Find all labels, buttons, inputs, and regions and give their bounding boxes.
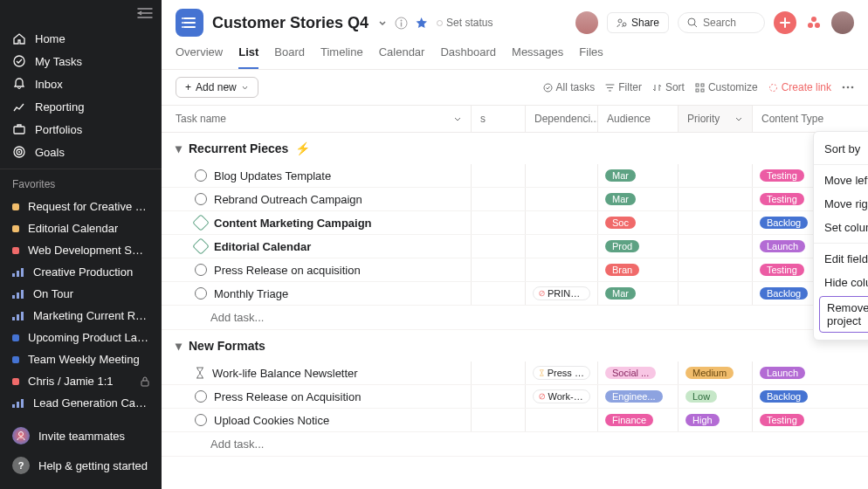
task-row[interactable]: Upload Cookies NoticeFinanceHighTesting [162, 409, 868, 432]
nav-portfolios[interactable]: Portfolios [0, 118, 162, 141]
task-row[interactable]: Monthly TriagePRINT - R...MarBacklog [162, 282, 868, 306]
audience-pill[interactable]: Mar [605, 169, 636, 182]
task-row[interactable]: Editorial CalendarProdLaunch [162, 235, 868, 258]
chevron-down-icon[interactable] [377, 17, 388, 28]
tab-timeline[interactable]: Timeline [320, 45, 363, 69]
favorite-item[interactable]: Lead Generation Campai... [0, 392, 162, 414]
col-dependencies[interactable]: Dependenci... [526, 106, 598, 132]
favorite-item[interactable]: Request for Creative Pro... [0, 196, 162, 217]
nav-inbox[interactable]: Inbox [0, 72, 162, 95]
tab-board[interactable]: Board [274, 45, 305, 69]
content-type-pill[interactable]: Backlog [760, 390, 808, 403]
section-header[interactable]: ▾New Formats [162, 330, 868, 362]
nav-goals[interactable]: Goals [0, 141, 162, 163]
favorite-item[interactable]: Chris / Jamie 1:1 [0, 370, 162, 392]
task-row[interactable]: Blog Updates TemplateMarTesting [162, 164, 868, 188]
search-box[interactable] [678, 12, 765, 33]
milestone-icon[interactable] [192, 214, 210, 231]
dependency-chip[interactable]: PRINT - R... [533, 286, 590, 300]
priority-pill[interactable]: High [685, 414, 720, 426]
add-task[interactable]: Add task... [162, 306, 868, 330]
content-type-pill[interactable]: Launch [760, 367, 805, 379]
col-audience[interactable]: Audience [598, 106, 679, 132]
search-input[interactable] [703, 17, 755, 29]
col-priority[interactable]: Priority [679, 106, 753, 132]
favorite-item[interactable]: On Tour [0, 283, 162, 305]
tab-messages[interactable]: Messages [512, 45, 563, 69]
dependency-chip[interactable]: Work-life ... [533, 389, 590, 403]
menu-item[interactable]: Remove field from project [819, 296, 868, 333]
content-type-pill[interactable]: Launch [760, 240, 805, 252]
audience-pill[interactable]: Prod [605, 240, 639, 252]
menu-item[interactable]: Edit field [814, 247, 868, 271]
share-button[interactable]: Share [607, 12, 669, 33]
invite-teammates[interactable]: Invite teammates [0, 421, 162, 451]
task-row[interactable]: Press Release on AcquisitionWork-life ..… [162, 385, 868, 409]
sort-button[interactable]: Sort [652, 81, 685, 93]
task-row[interactable]: Work-life Balance NewsletterPress Rele..… [162, 362, 868, 385]
audience-pill[interactable]: Soc [605, 217, 636, 229]
favorite-item[interactable]: Editorial Calendar [0, 217, 162, 239]
dependency-chip[interactable]: Press Rele... [533, 366, 590, 380]
nav-my-tasks[interactable]: My Tasks [0, 50, 162, 72]
nav-home[interactable]: Home [0, 27, 162, 50]
content-type-pill[interactable]: Testing [760, 414, 804, 426]
priority-pill[interactable]: Low [685, 390, 717, 403]
favorite-item[interactable]: Upcoming Product Laun... [0, 327, 162, 348]
favorite-item[interactable]: Creative Production [0, 261, 162, 283]
collapse-icon[interactable]: ▾ [176, 141, 182, 155]
priority-pill[interactable]: Medium [685, 367, 734, 379]
tab-overview[interactable]: Overview [176, 45, 223, 69]
star-icon[interactable] [415, 17, 428, 30]
col-task-name[interactable]: Task name [162, 106, 472, 132]
favorite-item[interactable]: Marketing Current Road... [0, 305, 162, 327]
create-link-button[interactable]: Create link [768, 81, 831, 93]
complete-check-icon[interactable] [195, 169, 207, 182]
add-button[interactable] [774, 11, 796, 34]
more-icon[interactable] [842, 86, 854, 89]
content-type-pill[interactable]: Backlog [760, 287, 808, 300]
tab-dashboard[interactable]: Dashboard [440, 45, 496, 69]
audience-pill[interactable]: Finance [605, 414, 653, 426]
tab-list[interactable]: List [238, 45, 258, 69]
all-tasks-filter[interactable]: All tasks [543, 81, 596, 93]
profile-avatar[interactable] [831, 11, 854, 34]
favorite-item[interactable]: Team Weekly Meeting [0, 348, 162, 370]
content-type-pill[interactable]: Testing [760, 264, 804, 276]
complete-check-icon[interactable] [195, 264, 207, 276]
milestone-icon[interactable] [192, 238, 210, 255]
favorite-item[interactable]: Web Development Sprint... [0, 239, 162, 261]
tab-calendar[interactable]: Calendar [379, 45, 425, 69]
add-task[interactable]: Add task... [162, 432, 868, 457]
add-new-button[interactable]: + Add new [176, 77, 258, 98]
audience-pill[interactable]: Bran [605, 264, 639, 276]
tab-files[interactable]: Files [579, 45, 603, 69]
filter-button[interactable]: Filter [605, 81, 642, 93]
customize-button[interactable]: Customize [695, 81, 758, 93]
menu-item[interactable]: Sort by [814, 137, 868, 161]
complete-check-icon[interactable] [195, 390, 207, 403]
section-header[interactable]: ▾Recurrent Pieces⚡ [162, 133, 868, 164]
col-extra[interactable]: s [472, 106, 526, 132]
content-type-pill[interactable]: Backlog [760, 217, 808, 229]
task-row[interactable]: Press Release on acquisitionBranTesting [162, 258, 868, 282]
audience-pill[interactable]: Social ... [605, 367, 656, 379]
set-status[interactable]: Set status [437, 17, 493, 29]
content-type-pill[interactable]: Testing [760, 169, 804, 182]
complete-check-icon[interactable] [195, 414, 207, 426]
complete-check-icon[interactable] [195, 287, 207, 300]
col-content-type[interactable]: Content Type [753, 106, 834, 132]
collapse-sidebar-icon[interactable] [137, 7, 153, 19]
asana-logo-icon[interactable] [805, 14, 823, 31]
audience-pill[interactable]: Enginee... [605, 390, 663, 403]
task-row[interactable]: Rebrand Outreach CampaignMarTesting [162, 188, 868, 211]
info-icon[interactable] [395, 17, 408, 30]
menu-item[interactable]: Move right [814, 192, 868, 216]
help-getting-started[interactable]: ? Help & getting started [0, 451, 162, 480]
task-row[interactable]: Content Marketing CampaignSocBacklog [162, 211, 868, 235]
user-avatar[interactable] [575, 11, 598, 34]
complete-check-icon[interactable] [195, 193, 207, 205]
menu-item[interactable]: Hide column [814, 271, 868, 294]
audience-pill[interactable]: Mar [605, 193, 636, 205]
content-type-pill[interactable]: Testing [760, 193, 804, 205]
